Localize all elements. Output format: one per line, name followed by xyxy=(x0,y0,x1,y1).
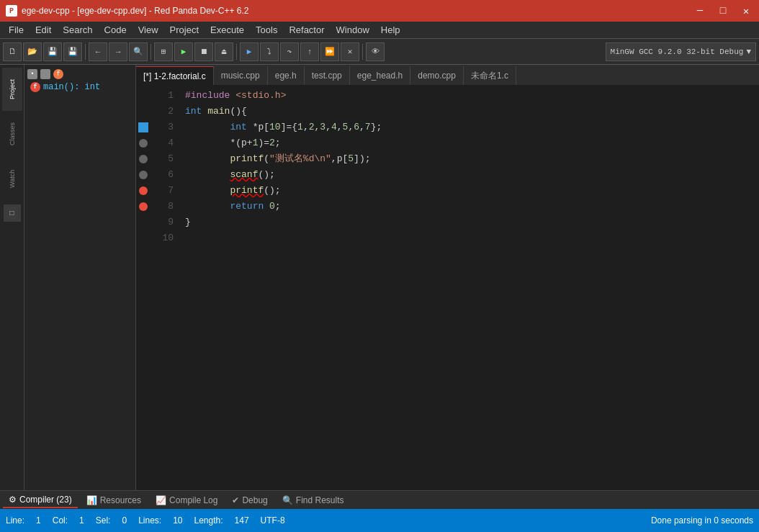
menu-item-project[interactable]: Project xyxy=(164,23,205,37)
bottom-tab-label-1: Resources xyxy=(100,495,141,505)
code-line-5: *(p+1)=2; xyxy=(185,135,753,151)
sidebar: Project Classes Watch □ xyxy=(0,65,24,490)
forward-button[interactable]: → xyxy=(109,42,127,61)
chevron-down-icon: ▼ xyxy=(746,48,751,56)
back-button[interactable]: ← xyxy=(89,42,107,61)
file-tree-toolbar: • f xyxy=(24,68,135,81)
breakpoint-row-7[interactable] xyxy=(136,183,151,199)
status-length-label: Length: xyxy=(194,515,223,526)
continue-button[interactable]: ⏩ xyxy=(320,42,339,61)
status-encoding: UTF-8 xyxy=(261,515,285,526)
search-button[interactable]: 🔍 xyxy=(129,42,148,61)
breakpoint-row-4[interactable] xyxy=(136,135,151,151)
breakpoint-row-9[interactable] xyxy=(136,215,151,230)
editor-tab-1[interactable]: music.cpp xyxy=(214,66,268,85)
menubar: FileEditSearchCodeViewProjectExecuteTool… xyxy=(0,22,759,39)
status-col-label: Col: xyxy=(53,515,68,526)
open-button[interactable]: 📂 xyxy=(23,42,42,61)
toolbar-separator-4 xyxy=(362,44,363,60)
step-over-button[interactable]: ↷ xyxy=(280,42,299,61)
code-editor[interactable]: 12345678910 #include <stdio.h>int main()… xyxy=(136,85,759,490)
app-icon-letter: P xyxy=(9,7,14,15)
add-watch-button[interactable]: 👁 xyxy=(366,42,385,61)
menu-item-help[interactable]: Help xyxy=(375,23,406,37)
menu-item-code[interactable]: Code xyxy=(99,23,133,37)
breakpoint-row-1[interactable] xyxy=(136,88,151,104)
main-area: Project Classes Watch □ • f f main(): in… xyxy=(0,65,759,490)
bottom-panel-tabs: ⚙Compiler (23)📊Resources📈Compile Log✔Deb… xyxy=(0,490,759,509)
breakpoint-row-6[interactable] xyxy=(136,167,151,183)
toolbar-separator-1 xyxy=(85,44,86,60)
bottom-tab-icon-1: 📊 xyxy=(86,495,97,505)
statusbar: Line: 1 Col: 1 Sel: 0 Lines: 10 Length: … xyxy=(0,509,759,532)
menu-item-file[interactable]: File xyxy=(3,23,30,37)
file-tree-item[interactable]: f main(): int xyxy=(24,81,135,94)
bottom-tab-2[interactable]: 📈Compile Log xyxy=(150,492,223,508)
breakpoint-row-10[interactable] xyxy=(136,230,151,246)
restore-button[interactable]: □ xyxy=(716,5,730,17)
line-numbers-gutter: 12345678910 xyxy=(151,85,179,490)
editor-tab-6[interactable]: 未命名1.c xyxy=(464,66,516,85)
editor-tab-0[interactable]: [*] 1-2.factorial.c xyxy=(136,66,214,85)
step-into-button[interactable]: ⤵ xyxy=(260,42,279,61)
line-num-3: 3 xyxy=(151,120,174,135)
line-num-8: 8 xyxy=(151,199,174,215)
bottom-tab-0[interactable]: ⚙Compiler (23) xyxy=(3,492,78,508)
code-line-10: } xyxy=(185,215,753,230)
menu-item-tools[interactable]: Tools xyxy=(250,23,283,37)
breakpoint-row-3[interactable] xyxy=(136,120,151,135)
menu-item-window[interactable]: Window xyxy=(331,23,375,37)
menu-item-execute[interactable]: Execute xyxy=(205,23,250,37)
status-message: Done parsing in 0 seconds xyxy=(651,515,753,526)
sidebar-tab-project[interactable]: Project xyxy=(2,68,22,111)
tree-icon-3[interactable]: f xyxy=(53,69,63,79)
compiler-selector[interactable]: MinGW GCC 9.2.0 32-bit Debug ▼ xyxy=(606,42,756,61)
line-num-7: 7 xyxy=(151,183,174,199)
status-col-val: 1 xyxy=(79,515,84,526)
menu-item-refactor[interactable]: Refactor xyxy=(283,23,330,37)
debug-button[interactable]: ▶ xyxy=(240,42,259,61)
editor-tab-4[interactable]: ege_head.h xyxy=(350,66,410,85)
eject-button[interactable]: ⏏ xyxy=(215,42,233,61)
bottom-tab-4[interactable]: 🔍Find Results xyxy=(277,492,350,508)
compile-run-button[interactable]: ▶ xyxy=(174,42,193,61)
save-all-button[interactable]: 💾 xyxy=(63,42,82,61)
editor-tab-2[interactable]: ege.h xyxy=(268,66,305,85)
code-line-6: printf("测试名%d\n",p[5]); xyxy=(185,151,753,167)
breakpoint-row-8[interactable] xyxy=(136,199,151,215)
status-length-val: 147 xyxy=(235,515,249,526)
window-title: ege-dev-cpp - [ege-dev-cpp.dev] - Red Pa… xyxy=(22,6,249,16)
code-content[interactable]: #include <stdio.h>int main(){ int *p[10]… xyxy=(179,85,759,490)
bottom-tab-label-3: Debug xyxy=(242,495,267,505)
line-num-1: 1 xyxy=(151,88,174,104)
editor-tab-3[interactable]: test.cpp xyxy=(305,66,350,85)
sidebar-tab-classes[interactable]: Classes xyxy=(2,112,22,155)
bottom-tab-1[interactable]: 📊Resources xyxy=(81,492,147,508)
menu-item-edit[interactable]: Edit xyxy=(30,23,57,37)
grid-button[interactable]: ⊞ xyxy=(154,42,173,61)
tree-icon-2[interactable] xyxy=(40,69,50,79)
save-button[interactable]: 💾 xyxy=(43,42,62,61)
line-num-4: 4 xyxy=(151,135,174,151)
new-button[interactable]: 🗋 xyxy=(3,42,22,61)
stop-debug-button[interactable]: ✕ xyxy=(341,42,359,61)
sidebar-tab-watch[interactable]: Watch xyxy=(2,157,22,200)
editor-tab-5[interactable]: demo.cpp xyxy=(410,66,464,85)
breakpoint-row-5[interactable] xyxy=(136,151,151,167)
code-line-3: int main(){ xyxy=(185,104,753,120)
menu-item-view[interactable]: View xyxy=(133,23,164,37)
bottom-tab-icon-2: 📈 xyxy=(156,495,166,505)
app-icon: P xyxy=(6,5,17,17)
bottom-tab-3[interactable]: ✔Debug xyxy=(226,492,273,508)
step-out-button[interactable]: ↑ xyxy=(300,42,319,61)
close-button[interactable]: ✕ xyxy=(739,5,753,17)
line-num-2: 2 xyxy=(151,104,174,120)
watch-button[interactable]: □ xyxy=(4,204,21,222)
breakpoint-row-2[interactable] xyxy=(136,104,151,120)
menu-item-search[interactable]: Search xyxy=(57,23,98,37)
tree-icon-1[interactable]: • xyxy=(27,69,37,79)
bottom-tab-label-4: Find Results xyxy=(296,495,344,505)
minimize-button[interactable]: ─ xyxy=(693,5,707,17)
stop-button[interactable]: ⏹ xyxy=(194,42,213,61)
bottom-tab-label-2: Compile Log xyxy=(169,495,217,505)
